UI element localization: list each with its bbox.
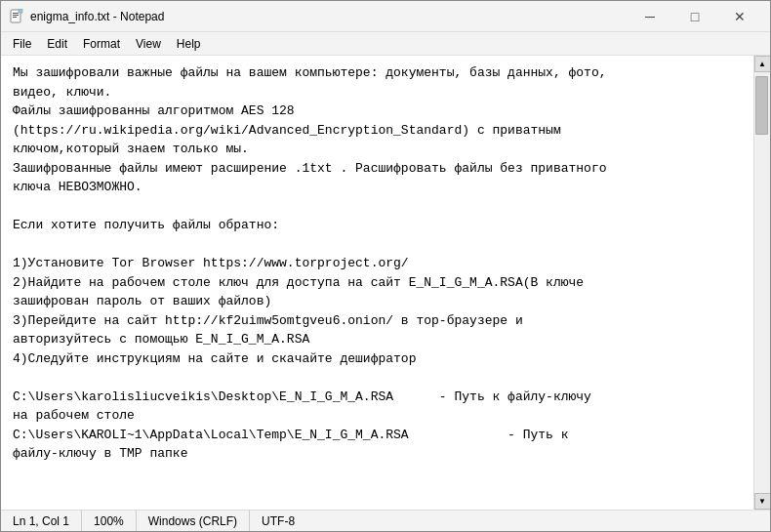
status-encoding: UTF-8 bbox=[250, 511, 306, 531]
status-position: Ln 1, Col 1 bbox=[9, 511, 82, 531]
notepad-window: enigma_info.txt - Notepad ─ □ ✕ File Edi… bbox=[0, 0, 771, 532]
scroll-up-button[interactable]: ▲ bbox=[754, 56, 771, 72]
menu-view[interactable]: View bbox=[128, 33, 169, 55]
menu-edit[interactable]: Edit bbox=[39, 33, 75, 55]
status-bar: Ln 1, Col 1 100% Windows (CRLF) UTF-8 bbox=[1, 510, 770, 531]
status-zoom: 100% bbox=[82, 511, 137, 531]
title-bar: enigma_info.txt - Notepad ─ □ ✕ bbox=[1, 1, 770, 32]
menu-format[interactable]: Format bbox=[75, 33, 128, 55]
svg-rect-2 bbox=[13, 15, 19, 16]
svg-rect-1 bbox=[13, 13, 19, 14]
minimize-button[interactable]: ─ bbox=[628, 1, 672, 32]
vertical-scrollbar[interactable]: ▲ ▼ bbox=[753, 56, 770, 510]
scroll-thumb[interactable] bbox=[755, 76, 768, 135]
status-line-ending: Windows (CRLF) bbox=[137, 511, 250, 531]
close-button[interactable]: ✕ bbox=[717, 1, 762, 32]
content-area: Мы зашифровали важные файлы на вашем ком… bbox=[1, 56, 770, 510]
svg-rect-4 bbox=[19, 9, 22, 13]
menu-help[interactable]: Help bbox=[169, 33, 209, 55]
scroll-track[interactable] bbox=[754, 72, 770, 493]
text-editor[interactable]: Мы зашифровали важные файлы на вашем ком… bbox=[1, 56, 753, 510]
scroll-down-button[interactable]: ▼ bbox=[754, 493, 771, 510]
window-title: enigma_info.txt - Notepad bbox=[30, 10, 628, 23]
window-controls: ─ □ ✕ bbox=[628, 1, 762, 32]
menu-file[interactable]: File bbox=[5, 33, 39, 55]
menu-bar: File Edit Format View Help bbox=[1, 32, 770, 56]
svg-rect-3 bbox=[13, 17, 17, 18]
app-icon bbox=[9, 9, 24, 24]
maximize-button[interactable]: □ bbox=[672, 1, 717, 32]
